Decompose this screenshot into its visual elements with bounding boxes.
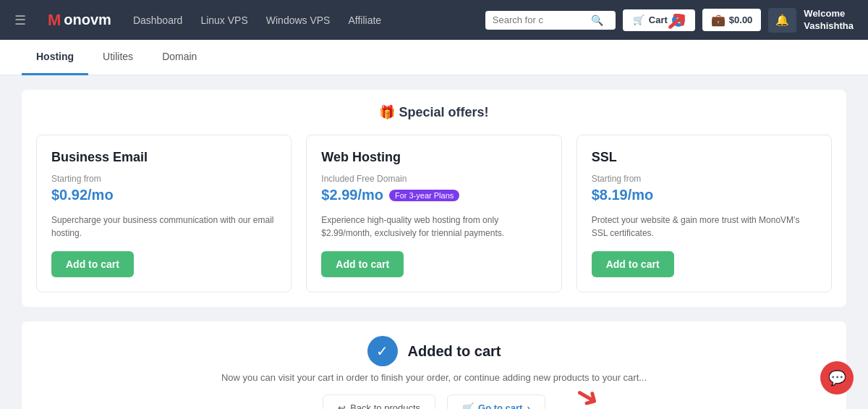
- add-to-cart-btn-1[interactable]: Add to cart: [51, 251, 134, 277]
- go-to-cart-button[interactable]: 🛒 Go to cart ›: [447, 395, 545, 409]
- special-offers-text: Special offers!: [399, 105, 488, 119]
- logo-m: M: [48, 11, 61, 30]
- product-badge-2: For 3-year Plans: [389, 190, 459, 201]
- product-price-3: $8.19/mo: [592, 187, 817, 203]
- bell-button[interactable]: 🔔: [768, 8, 796, 33]
- product-desc-3: Protect your website & gain more trust w…: [592, 214, 817, 240]
- bell-icon: 🔔: [775, 14, 789, 26]
- product-title-2: Web Hosting: [321, 150, 546, 165]
- nav-dashboard[interactable]: Dashboard: [133, 14, 183, 26]
- wallet-icon: 💼: [711, 13, 726, 27]
- added-desc: Now you can visit your cart in order to …: [221, 372, 647, 383]
- special-offers-label: 🎁 Special offers!: [36, 104, 832, 120]
- chevron-right-icon: ›: [527, 402, 529, 409]
- logo-text: onovm: [64, 12, 111, 28]
- added-header: ✓ Added to cart: [367, 336, 501, 366]
- balance-value: $0.00: [729, 14, 753, 25]
- nav-linux-vps[interactable]: Linux VPS: [200, 14, 247, 26]
- navbar: ☰ M onovm Dashboard Linux VPS Windows VP…: [0, 0, 868, 40]
- product-grid: Business Email Starting from $0.92/mo Su…: [36, 135, 832, 292]
- nav-affiliate[interactable]: Affiliate: [348, 14, 381, 26]
- check-circle-icon: ✓: [367, 336, 398, 366]
- cart-icon-go: 🛒: [462, 402, 474, 409]
- back-btn-label: Back to products: [350, 402, 420, 409]
- back-to-products-button[interactable]: ↩ Back to products: [323, 395, 435, 409]
- search-box[interactable]: 🔍: [485, 11, 616, 30]
- logo[interactable]: M onovm: [48, 11, 111, 30]
- cart-button[interactable]: 🛒 Cart 1: [623, 9, 695, 31]
- main-content: 🎁 Special offers! Business Email Startin…: [0, 75, 868, 409]
- product-desc-1: Supercharge your business communication …: [51, 214, 276, 240]
- products-card: 🎁 Special offers! Business Email Startin…: [22, 90, 846, 307]
- go-cart-label: Go to cart: [478, 402, 522, 409]
- product-price-2: $2.99/mo: [321, 187, 383, 203]
- added-actions: ↩ Back to products 🛒 Go to cart ›: [323, 395, 545, 409]
- product-business-email: Business Email Starting from $0.92/mo Su…: [36, 135, 292, 292]
- product-subtitle-1: Starting from: [51, 174, 276, 184]
- tab-utilites[interactable]: Utilites: [88, 40, 148, 75]
- product-title-3: SSL: [592, 150, 817, 165]
- nav-windows-vps[interactable]: Windows VPS: [266, 14, 331, 26]
- hamburger-icon[interactable]: ☰: [14, 12, 26, 28]
- welcome-label: Welcome: [804, 8, 854, 20]
- tab-hosting[interactable]: Hosting: [22, 40, 88, 75]
- back-icon: ↩: [338, 402, 346, 409]
- search-icon: 🔍: [591, 14, 603, 26]
- product-ssl: SSL Starting from $8.19/mo Protect your …: [576, 135, 832, 292]
- tab-domain[interactable]: Domain: [148, 40, 211, 75]
- tabs-bar: Hosting Utilites Domain: [0, 40, 868, 75]
- search-input[interactable]: [493, 14, 587, 25]
- gift-icon: 🎁: [379, 105, 395, 119]
- product-subtitle-2: Included Free Domain: [321, 174, 546, 184]
- product-desc-2: Experience high-quality web hosting from…: [321, 214, 546, 240]
- nav-links: Dashboard Linux VPS Windows VPS Affiliat…: [133, 14, 464, 26]
- add-to-cart-btn-3[interactable]: Add to cart: [592, 251, 674, 277]
- chat-bubble-button[interactable]: 💬: [820, 361, 854, 395]
- balance-button[interactable]: 💼 $0.00: [702, 9, 762, 31]
- username: Vashishtha: [804, 20, 854, 33]
- product-title-1: Business Email: [51, 150, 276, 165]
- nav-right: 🔍 🛒 Cart 1 💼 $0.00 🔔 Welcome Vashishtha: [485, 8, 854, 33]
- added-to-cart-section: ✓ Added to cart Now you can visit your c…: [22, 321, 846, 409]
- product-subtitle-3: Starting from: [592, 174, 817, 184]
- product-web-hosting: Web Hosting Included Free Domain $2.99/m…: [306, 135, 561, 292]
- product-price-1: $0.92/mo: [51, 187, 276, 203]
- cart-badge: 1: [672, 14, 685, 27]
- welcome-text: Welcome Vashishtha: [804, 8, 854, 33]
- cart-label: Cart: [649, 14, 668, 25]
- add-to-cart-btn-2[interactable]: Add to cart: [321, 251, 404, 277]
- cart-icon: 🛒: [633, 14, 644, 25]
- added-title: Added to cart: [408, 343, 501, 360]
